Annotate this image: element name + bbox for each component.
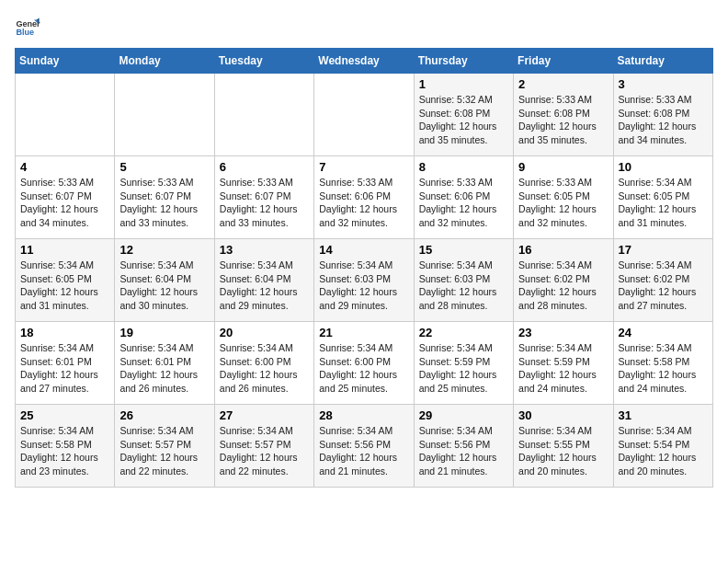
day-detail: Sunrise: 5:34 AMSunset: 6:01 PMDaylight:… — [20, 341, 109, 396]
day-cell: 12Sunrise: 5:34 AMSunset: 6:04 PMDayligh… — [115, 239, 214, 322]
weekday-header-thursday: Thursday — [414, 49, 513, 74]
day-detail: Sunrise: 5:34 AMSunset: 6:00 PMDaylight:… — [220, 341, 309, 396]
day-number: 26 — [119, 408, 209, 422]
day-cell — [314, 74, 414, 156]
day-cell: 13Sunrise: 5:34 AMSunset: 6:04 PMDayligh… — [214, 239, 313, 322]
day-number: 14 — [319, 243, 408, 257]
day-number: 31 — [619, 408, 708, 422]
day-number: 3 — [619, 77, 708, 91]
page-header: General Blue — [15, 15, 713, 40]
day-number: 13 — [220, 243, 309, 257]
day-cell — [214, 74, 313, 156]
weekday-header-friday: Friday — [514, 49, 613, 74]
day-detail: Sunrise: 5:33 AMSunset: 6:06 PMDaylight:… — [319, 176, 408, 230]
day-cell: 7Sunrise: 5:33 AMSunset: 6:06 PMDaylight… — [314, 156, 414, 239]
day-cell: 26Sunrise: 5:34 AMSunset: 5:57 PMDayligh… — [115, 405, 214, 488]
day-number: 17 — [619, 243, 708, 257]
week-row-2: 4Sunrise: 5:33 AMSunset: 6:07 PMDaylight… — [16, 156, 713, 239]
day-detail: Sunrise: 5:34 AMSunset: 5:59 PMDaylight:… — [518, 341, 608, 396]
day-detail: Sunrise: 5:33 AMSunset: 6:07 PMDaylight:… — [220, 176, 309, 230]
weekday-header-row: SundayMondayTuesdayWednesdayThursdayFrid… — [16, 49, 713, 74]
day-detail: Sunrise: 5:34 AMSunset: 6:03 PMDaylight:… — [419, 259, 508, 313]
day-number: 29 — [419, 408, 508, 422]
day-cell: 31Sunrise: 5:34 AMSunset: 5:54 PMDayligh… — [613, 405, 712, 488]
day-number: 30 — [518, 408, 608, 422]
day-detail: Sunrise: 5:34 AMSunset: 6:03 PMDaylight:… — [319, 259, 408, 313]
day-number: 24 — [619, 326, 708, 339]
day-detail: Sunrise: 5:34 AMSunset: 6:04 PMDaylight:… — [119, 259, 209, 313]
day-number: 10 — [619, 160, 708, 174]
day-detail: Sunrise: 5:33 AMSunset: 6:06 PMDaylight:… — [419, 176, 508, 230]
day-number: 15 — [419, 243, 508, 257]
day-cell: 30Sunrise: 5:34 AMSunset: 5:55 PMDayligh… — [514, 405, 613, 488]
day-cell: 25Sunrise: 5:34 AMSunset: 5:58 PMDayligh… — [16, 405, 115, 488]
day-cell: 10Sunrise: 5:34 AMSunset: 6:05 PMDayligh… — [613, 156, 712, 239]
day-number: 20 — [220, 326, 309, 339]
day-number: 12 — [119, 243, 209, 257]
day-number: 28 — [319, 408, 408, 422]
week-row-1: 1Sunrise: 5:32 AMSunset: 6:08 PMDaylight… — [16, 74, 713, 156]
day-cell: 22Sunrise: 5:34 AMSunset: 5:59 PMDayligh… — [414, 322, 513, 405]
day-detail: Sunrise: 5:34 AMSunset: 6:01 PMDaylight:… — [119, 341, 209, 396]
logo-icon: General Blue — [15, 15, 40, 40]
day-cell: 9Sunrise: 5:33 AMSunset: 6:05 PMDaylight… — [514, 156, 613, 239]
day-cell: 24Sunrise: 5:34 AMSunset: 5:58 PMDayligh… — [613, 322, 712, 405]
day-detail: Sunrise: 5:34 AMSunset: 5:54 PMDaylight:… — [619, 424, 708, 478]
weekday-header-saturday: Saturday — [613, 49, 712, 74]
day-cell: 11Sunrise: 5:34 AMSunset: 6:05 PMDayligh… — [16, 239, 115, 322]
day-cell — [16, 74, 115, 156]
day-cell: 16Sunrise: 5:34 AMSunset: 6:02 PMDayligh… — [514, 239, 613, 322]
day-number: 22 — [419, 326, 508, 339]
week-row-5: 25Sunrise: 5:34 AMSunset: 5:58 PMDayligh… — [16, 405, 713, 488]
day-number: 21 — [319, 326, 408, 339]
day-cell: 4Sunrise: 5:33 AMSunset: 6:07 PMDaylight… — [16, 156, 115, 239]
day-number: 11 — [20, 243, 109, 257]
day-cell: 18Sunrise: 5:34 AMSunset: 6:01 PMDayligh… — [16, 322, 115, 405]
day-cell: 15Sunrise: 5:34 AMSunset: 6:03 PMDayligh… — [414, 239, 513, 322]
day-cell: 2Sunrise: 5:33 AMSunset: 6:08 PMDaylight… — [514, 74, 613, 156]
week-row-4: 18Sunrise: 5:34 AMSunset: 6:01 PMDayligh… — [16, 322, 713, 405]
day-detail: Sunrise: 5:34 AMSunset: 6:04 PMDaylight:… — [220, 259, 309, 313]
day-cell: 27Sunrise: 5:34 AMSunset: 5:57 PMDayligh… — [214, 405, 313, 488]
day-detail: Sunrise: 5:34 AMSunset: 5:56 PMDaylight:… — [319, 424, 408, 478]
day-detail: Sunrise: 5:34 AMSunset: 6:02 PMDaylight:… — [619, 259, 708, 313]
day-cell: 8Sunrise: 5:33 AMSunset: 6:06 PMDaylight… — [414, 156, 513, 239]
day-detail: Sunrise: 5:34 AMSunset: 5:59 PMDaylight:… — [419, 341, 508, 396]
day-number: 4 — [20, 160, 109, 174]
day-detail: Sunrise: 5:34 AMSunset: 6:05 PMDaylight:… — [20, 259, 109, 313]
day-number: 2 — [518, 77, 608, 91]
day-number: 5 — [119, 160, 209, 174]
day-cell: 28Sunrise: 5:34 AMSunset: 5:56 PMDayligh… — [314, 405, 414, 488]
day-detail: Sunrise: 5:32 AMSunset: 6:08 PMDaylight:… — [419, 93, 508, 147]
day-detail: Sunrise: 5:33 AMSunset: 6:08 PMDaylight:… — [518, 93, 608, 147]
day-cell: 21Sunrise: 5:34 AMSunset: 6:00 PMDayligh… — [314, 322, 414, 405]
day-detail: Sunrise: 5:34 AMSunset: 5:58 PMDaylight:… — [619, 341, 708, 396]
day-detail: Sunrise: 5:33 AMSunset: 6:07 PMDaylight:… — [20, 176, 109, 230]
day-cell: 5Sunrise: 5:33 AMSunset: 6:07 PMDaylight… — [115, 156, 214, 239]
day-number: 7 — [319, 160, 408, 174]
weekday-header-sunday: Sunday — [16, 49, 115, 74]
day-number: 25 — [20, 408, 109, 422]
day-detail: Sunrise: 5:33 AMSunset: 6:08 PMDaylight:… — [619, 93, 708, 147]
day-detail: Sunrise: 5:33 AMSunset: 6:07 PMDaylight:… — [119, 176, 209, 230]
day-number: 9 — [518, 160, 608, 174]
day-cell: 6Sunrise: 5:33 AMSunset: 6:07 PMDaylight… — [214, 156, 313, 239]
day-number: 27 — [220, 408, 309, 422]
day-number: 16 — [518, 243, 608, 257]
day-cell: 14Sunrise: 5:34 AMSunset: 6:03 PMDayligh… — [314, 239, 414, 322]
day-number: 6 — [220, 160, 309, 174]
day-detail: Sunrise: 5:34 AMSunset: 5:55 PMDaylight:… — [518, 424, 608, 478]
day-number: 8 — [419, 160, 508, 174]
weekday-header-tuesday: Tuesday — [214, 49, 313, 74]
day-detail: Sunrise: 5:34 AMSunset: 6:05 PMDaylight:… — [619, 176, 708, 230]
logo: General Blue — [15, 15, 44, 40]
day-detail: Sunrise: 5:34 AMSunset: 5:57 PMDaylight:… — [220, 424, 309, 478]
day-number: 1 — [419, 77, 508, 91]
day-detail: Sunrise: 5:34 AMSunset: 6:00 PMDaylight:… — [319, 341, 408, 396]
day-detail: Sunrise: 5:34 AMSunset: 5:56 PMDaylight:… — [419, 424, 508, 478]
day-cell: 1Sunrise: 5:32 AMSunset: 6:08 PMDaylight… — [414, 74, 513, 156]
day-detail: Sunrise: 5:34 AMSunset: 5:57 PMDaylight:… — [119, 424, 209, 478]
day-cell — [115, 74, 214, 156]
day-number: 23 — [518, 326, 608, 339]
day-cell: 19Sunrise: 5:34 AMSunset: 6:01 PMDayligh… — [115, 322, 214, 405]
